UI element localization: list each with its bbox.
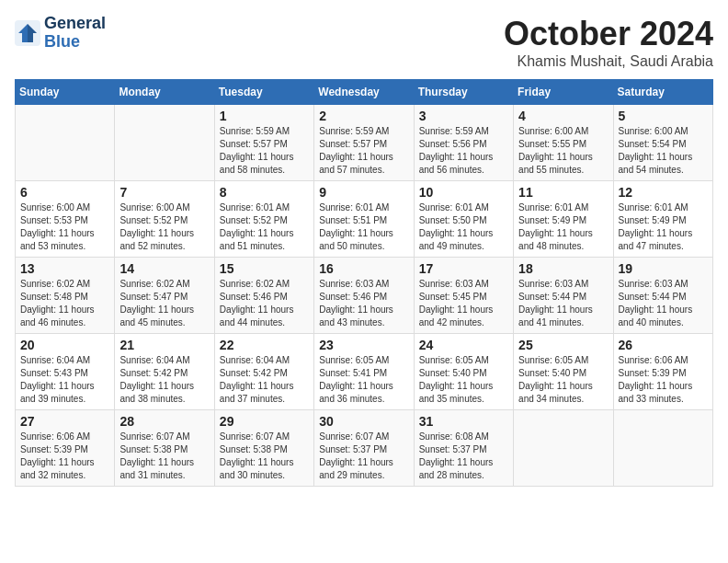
- weekday-header: Friday: [514, 80, 613, 105]
- cell-info: Sunset: 5:37 PM: [319, 443, 408, 456]
- calendar-cell: 16Sunrise: 6:03 AMSunset: 5:46 PMDayligh…: [314, 258, 414, 334]
- cell-info: Sunset: 5:52 PM: [119, 214, 209, 227]
- cell-info: Sunrise: 6:03 AM: [419, 278, 508, 291]
- cell-info: Sunset: 5:53 PM: [20, 214, 109, 227]
- cell-info: Daylight: 11 hours and 40 minutes.: [619, 304, 708, 329]
- cell-info: Sunset: 5:52 PM: [220, 214, 309, 227]
- weekday-header: Saturday: [613, 80, 712, 105]
- calendar-week-row: 6Sunrise: 6:00 AMSunset: 5:53 PMDaylight…: [16, 181, 713, 258]
- cell-info: Daylight: 11 hours and 45 minutes.: [119, 304, 209, 329]
- cell-info: Sunset: 5:42 PM: [119, 367, 209, 380]
- calendar-cell: 19Sunrise: 6:03 AMSunset: 5:44 PMDayligh…: [613, 258, 712, 334]
- cell-info: Sunset: 5:44 PM: [518, 291, 608, 304]
- weekday-header: Wednesday: [314, 80, 414, 105]
- calendar-cell: 4Sunrise: 6:00 AMSunset: 5:55 PMDaylight…: [514, 105, 613, 181]
- cell-info: Daylight: 11 hours and 50 minutes.: [319, 227, 408, 253]
- cell-info: Daylight: 11 hours and 35 minutes.: [419, 380, 508, 406]
- calendar-cell: 15Sunrise: 6:02 AMSunset: 5:46 PMDayligh…: [214, 258, 313, 334]
- cell-info: Sunset: 5:57 PM: [319, 138, 408, 151]
- calendar-week-row: 13Sunrise: 6:02 AMSunset: 5:48 PMDayligh…: [16, 258, 713, 334]
- cell-info: Daylight: 11 hours and 42 minutes.: [419, 304, 508, 329]
- cell-info: Sunset: 5:48 PM: [20, 291, 109, 304]
- cell-info: Sunrise: 6:05 AM: [319, 354, 408, 367]
- cell-info: Sunset: 5:47 PM: [119, 291, 209, 304]
- calendar-cell: 25Sunrise: 6:05 AMSunset: 5:40 PMDayligh…: [514, 334, 613, 410]
- day-number: 11: [518, 185, 608, 200]
- calendar-cell: 13Sunrise: 6:02 AMSunset: 5:48 PMDayligh…: [16, 258, 115, 334]
- calendar-cell: 17Sunrise: 6:03 AMSunset: 5:45 PMDayligh…: [414, 258, 513, 334]
- calendar-cell: [514, 410, 613, 487]
- weekday-header: Tuesday: [214, 80, 313, 105]
- logo: General Blue: [15, 15, 106, 52]
- cell-info: Sunrise: 6:02 AM: [20, 278, 109, 291]
- month-title: October 2024: [504, 15, 713, 53]
- cell-info: Sunset: 5:43 PM: [20, 367, 109, 380]
- cell-info: Sunset: 5:57 PM: [220, 138, 309, 151]
- calendar-cell: [16, 105, 115, 181]
- cell-info: Sunrise: 6:04 AM: [220, 354, 309, 367]
- cell-info: Daylight: 11 hours and 51 minutes.: [220, 227, 309, 253]
- day-number: 1: [220, 109, 309, 123]
- cell-info: Daylight: 11 hours and 55 minutes.: [518, 151, 608, 177]
- cell-info: Sunrise: 6:02 AM: [220, 278, 309, 291]
- cell-info: Sunrise: 6:05 AM: [518, 354, 608, 367]
- calendar-cell: 5Sunrise: 6:00 AMSunset: 5:54 PMDaylight…: [613, 105, 712, 181]
- cell-info: Sunset: 5:44 PM: [619, 291, 708, 304]
- calendar-cell: 29Sunrise: 6:07 AMSunset: 5:38 PMDayligh…: [214, 410, 313, 487]
- cell-info: Sunset: 5:46 PM: [319, 291, 408, 304]
- day-number: 26: [619, 338, 708, 352]
- calendar-week-row: 1Sunrise: 5:59 AMSunset: 5:57 PMDaylight…: [16, 105, 713, 181]
- cell-info: Sunset: 5:54 PM: [619, 138, 708, 151]
- cell-info: Sunrise: 6:01 AM: [220, 201, 309, 214]
- cell-info: Sunrise: 6:03 AM: [319, 278, 408, 291]
- calendar-cell: 7Sunrise: 6:00 AMSunset: 5:52 PMDaylight…: [115, 181, 214, 258]
- cell-info: Daylight: 11 hours and 34 minutes.: [518, 380, 608, 406]
- calendar-cell: [115, 105, 214, 181]
- calendar-cell: 23Sunrise: 6:05 AMSunset: 5:41 PMDayligh…: [314, 334, 414, 410]
- calendar-cell: 30Sunrise: 6:07 AMSunset: 5:37 PMDayligh…: [314, 410, 414, 487]
- calendar-cell: 8Sunrise: 6:01 AMSunset: 5:52 PMDaylight…: [214, 181, 313, 258]
- day-number: 16: [319, 261, 408, 276]
- day-number: 12: [619, 185, 708, 200]
- cell-info: Sunrise: 6:03 AM: [619, 278, 708, 291]
- cell-info: Sunset: 5:42 PM: [220, 367, 309, 380]
- location: Khamis Mushait, Saudi Arabia: [504, 53, 713, 70]
- day-number: 9: [319, 185, 408, 200]
- calendar-cell: 6Sunrise: 6:00 AMSunset: 5:53 PMDaylight…: [16, 181, 115, 258]
- cell-info: Sunset: 5:49 PM: [619, 214, 708, 227]
- cell-info: Sunrise: 6:00 AM: [20, 201, 109, 214]
- cell-info: Sunrise: 5:59 AM: [220, 125, 309, 138]
- cell-info: Sunset: 5:37 PM: [419, 443, 508, 456]
- day-number: 27: [20, 414, 109, 429]
- cell-info: Sunrise: 6:03 AM: [518, 278, 608, 291]
- day-number: 21: [119, 338, 209, 352]
- cell-info: Daylight: 11 hours and 39 minutes.: [20, 380, 109, 406]
- cell-info: Daylight: 11 hours and 44 minutes.: [220, 304, 309, 329]
- calendar-cell: 28Sunrise: 6:07 AMSunset: 5:38 PMDayligh…: [115, 410, 214, 487]
- cell-info: Daylight: 11 hours and 49 minutes.: [419, 227, 508, 253]
- day-number: 8: [220, 185, 309, 200]
- calendar-cell: 3Sunrise: 5:59 AMSunset: 5:56 PMDaylight…: [414, 105, 513, 181]
- calendar-cell: 22Sunrise: 6:04 AMSunset: 5:42 PMDayligh…: [214, 334, 313, 410]
- cell-info: Sunset: 5:41 PM: [319, 367, 408, 380]
- cell-info: Sunset: 5:49 PM: [518, 214, 608, 227]
- day-number: 7: [119, 185, 209, 200]
- cell-info: Daylight: 11 hours and 28 minutes.: [419, 456, 508, 482]
- weekday-header: Thursday: [414, 80, 513, 105]
- cell-info: Sunrise: 6:05 AM: [419, 354, 508, 367]
- cell-info: Sunset: 5:38 PM: [119, 443, 209, 456]
- day-number: 29: [220, 414, 309, 429]
- cell-info: Sunset: 5:40 PM: [419, 367, 508, 380]
- day-number: 15: [220, 261, 309, 276]
- cell-info: Sunrise: 6:01 AM: [319, 201, 408, 214]
- cell-info: Sunrise: 6:07 AM: [119, 431, 209, 443]
- day-number: 13: [20, 261, 109, 276]
- day-number: 31: [419, 414, 508, 429]
- cell-info: Daylight: 11 hours and 52 minutes.: [119, 227, 209, 253]
- cell-info: Sunrise: 6:01 AM: [518, 201, 608, 214]
- cell-info: Sunrise: 6:07 AM: [319, 431, 408, 443]
- cell-info: Daylight: 11 hours and 41 minutes.: [518, 304, 608, 329]
- day-number: 23: [319, 338, 408, 352]
- day-number: 25: [518, 338, 608, 352]
- day-number: 3: [419, 109, 508, 123]
